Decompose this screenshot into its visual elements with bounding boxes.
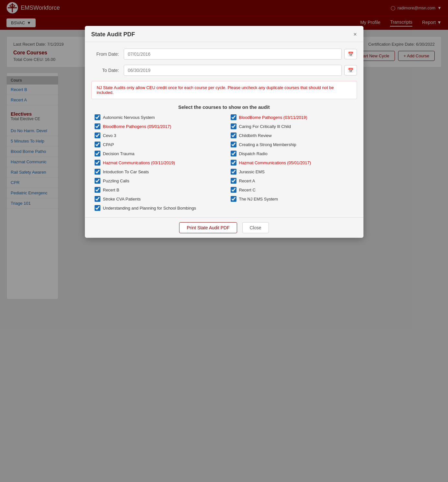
to-date-calendar-button[interactable]: 📅 [344, 65, 357, 75]
course-checkbox-left-6[interactable] [95, 169, 100, 175]
modal-title: State Audit PDF [91, 31, 135, 38]
warning-box: NJ State Audits only allow CEU credit on… [91, 81, 357, 99]
modal-header: State Audit PDF × [85, 26, 363, 42]
course-checkbox-left-4[interactable] [95, 151, 100, 156]
course-checkbox-left-9[interactable] [95, 196, 100, 202]
course-left-item-10: Understanding and Planning for School Bo… [95, 205, 218, 211]
course-right-item-4: Dispatch Radio [231, 151, 354, 156]
modal-footer: Print State Audit PDF Close [85, 217, 363, 238]
course-left-item-4: Decision Trauma [95, 151, 218, 156]
course-label-right-0: BloodBorne Pathogens (03/11/2019) [239, 115, 307, 120]
state-audit-modal: State Audit PDF × From Date: 📅 To Date: … [85, 26, 363, 238]
course-checkbox-right-2[interactable] [231, 132, 236, 138]
course-right-item-6: Jurassic EMS [231, 169, 354, 175]
course-right-item-9: The NJ EMS System [231, 196, 354, 202]
courses-grid: Autonomic Nervous SystemBloodBorne Patho… [91, 114, 357, 211]
course-label-left-1: BloodBorne Pathogens (05/01/2017) [103, 124, 171, 129]
course-checkbox-left-2[interactable] [95, 132, 100, 138]
course-label-left-2: Cevo 3 [103, 133, 116, 138]
course-label-left-0: Autonomic Nervous System [103, 115, 155, 120]
course-label-right-6: Jurassic EMS [239, 169, 265, 174]
course-label-right-5: Hazmat Communications (05/01/2017) [239, 160, 311, 165]
print-audit-button[interactable]: Print State Audit PDF [179, 222, 237, 233]
course-label-left-10: Understanding and Planning for School Bo… [103, 206, 196, 211]
course-checkbox-left-5[interactable] [95, 160, 100, 166]
course-right-item-5: Hazmat Communications (05/01/2017) [231, 160, 354, 166]
course-checkbox-right-0[interactable] [231, 114, 236, 120]
course-checkbox-right-7[interactable] [231, 178, 236, 184]
courses-section-title: Select the courses to show on the audit [91, 104, 357, 110]
course-left-item-6: Intoduction To Car Seats [95, 169, 218, 175]
course-left-item-0: Autonomic Nervous System [95, 114, 218, 120]
modal-body: From Date: 📅 To Date: 📅 NJ State Audits … [85, 42, 363, 217]
course-right-item-2: Childbirth Review [231, 132, 354, 138]
course-checkbox-left-3[interactable] [95, 142, 100, 147]
from-date-input[interactable] [124, 49, 342, 60]
course-right-item-0: BloodBorne Pathogens (03/11/2019) [231, 114, 354, 120]
course-label-right-2: Childbirth Review [239, 133, 272, 138]
course-checkbox-left-7[interactable] [95, 178, 100, 184]
modal-overlay: State Audit PDF × From Date: 📅 To Date: … [0, 0, 448, 482]
course-checkbox-right-6[interactable] [231, 169, 236, 175]
course-label-right-1: Caring For Critically Ill Child [239, 124, 291, 129]
course-label-right-3: Creating a Strong Membership [239, 142, 296, 147]
course-right-item-8: Recert C [231, 187, 354, 193]
course-left-item-5: Hazmat Communications (03/11/2019) [95, 160, 218, 166]
course-left-item-9: Stroke CVA Patients [95, 196, 218, 202]
course-checkbox-left-1[interactable] [95, 123, 100, 129]
courses-right-column: BloodBorne Pathogens (03/11/2019)Caring … [231, 114, 354, 211]
to-date-label: To Date: [91, 68, 124, 73]
course-checkbox-left-10[interactable] [95, 205, 100, 211]
course-left-item-3: CPAP [95, 142, 218, 147]
course-right-item-7: Recert A [231, 178, 354, 184]
course-label-left-4: Decision Trauma [103, 151, 135, 156]
course-left-item-1: BloodBorne Pathogens (05/01/2017) [95, 123, 218, 129]
course-label-right-7: Recert A [239, 178, 255, 183]
course-checkbox-right-5[interactable] [231, 160, 236, 166]
course-label-right-4: Dispatch Radio [239, 151, 268, 156]
course-label-left-8: Recert B [103, 188, 120, 192]
course-label-right-9: The NJ EMS System [239, 197, 278, 201]
course-left-item-2: Cevo 3 [95, 132, 218, 138]
course-label-left-9: Stroke CVA Patients [103, 197, 141, 201]
course-checkbox-left-8[interactable] [95, 187, 100, 193]
courses-left-column: Autonomic Nervous SystemBloodBorne Patho… [95, 114, 218, 211]
course-checkbox-right-3[interactable] [231, 142, 236, 147]
course-label-right-8: Recert C [239, 188, 256, 192]
course-right-item-3: Creating a Strong Membership [231, 142, 354, 147]
course-label-left-7: Puzzling Calls [103, 178, 130, 183]
close-modal-button[interactable]: Close [242, 222, 269, 233]
course-label-left-5: Hazmat Communications (03/11/2019) [103, 160, 175, 165]
course-checkbox-left-0[interactable] [95, 114, 100, 120]
from-date-calendar-button[interactable]: 📅 [344, 49, 357, 59]
to-date-input[interactable] [124, 65, 342, 76]
course-label-left-3: CPAP [103, 142, 114, 147]
from-date-label: From Date: [91, 52, 124, 57]
to-date-row: To Date: 📅 [91, 65, 357, 76]
course-checkbox-right-4[interactable] [231, 151, 236, 156]
modal-close-button[interactable]: × [353, 31, 357, 38]
course-left-item-8: Recert B [95, 187, 218, 193]
from-date-row: From Date: 📅 [91, 49, 357, 60]
course-left-item-7: Puzzling Calls [95, 178, 218, 184]
course-label-left-6: Intoduction To Car Seats [103, 169, 149, 174]
course-checkbox-right-1[interactable] [231, 123, 236, 129]
course-right-item-1: Caring For Critically Ill Child [231, 123, 354, 129]
course-checkbox-right-9[interactable] [231, 196, 236, 202]
course-checkbox-right-8[interactable] [231, 187, 236, 193]
